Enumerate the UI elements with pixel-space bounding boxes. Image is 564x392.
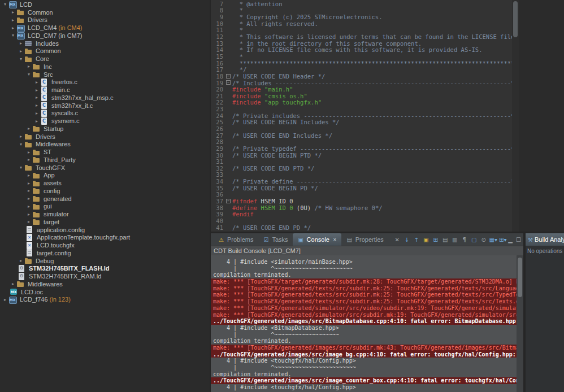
scrollbar-thumb[interactable] [518,258,522,297]
tree-item-common[interactable]: ▸Common [0,8,210,16]
close-icon[interactable]: ✕ [333,237,337,242]
tree-item-inc[interactable]: ▸Inc [0,63,210,71]
previous-error-icon[interactable]: ↑ [412,237,421,243]
tree-item-target[interactable]: ▸target [0,218,210,226]
tree-item-lcd-touchgfx[interactable]: LCD.touchgfx [0,241,210,249]
tree-item-startup[interactable]: ▸Startup [0,125,210,133]
tree-item-src[interactable]: ▾Src [0,71,210,79]
clear-console-icon[interactable]: ▤ [441,237,450,243]
fold-marker-icon[interactable]: − [226,199,231,203]
collapsed-arrow-icon[interactable]: ▸ [25,204,32,209]
tree-item-debug[interactable]: ▸Debug [0,257,210,265]
show-stdout-icon[interactable]: ▢ [470,237,479,243]
collapsed-arrow-icon[interactable]: ▸ [25,173,32,178]
collapsed-arrow-icon[interactable]: ▸ [33,95,40,100]
display-console-icon[interactable]: ▦▾ [489,237,498,243]
tree-item-lcd-cm7[interactable]: ▾LCD_CM7(in CM7) [0,32,210,40]
tree-item-main-c[interactable]: ▸main.c [0,86,210,94]
collapsed-arrow-icon[interactable]: ▸ [25,212,32,217]
collapsed-arrow-icon[interactable]: ▸ [25,126,32,131]
tree-item-drivers[interactable]: ▸Drivers [0,133,210,141]
collapsed-arrow-icon[interactable]: ▸ [2,297,8,302]
tree-item-touchgfx[interactable]: ▾TouchGFX [0,164,210,172]
tree-item-stm32h745bitx-ram-ld[interactable]: STM32H745BITX_RAM.ld [0,272,210,280]
tab-problems[interactable]: Problems [213,233,258,246]
code-editor[interactable]: 7 * @attention8 *9 * Copyright (c) 2025 … [211,0,519,232]
collapsed-arrow-icon[interactable]: ▸ [18,49,24,54]
collapsed-arrow-icon[interactable]: ▸ [18,41,24,46]
collapsed-arrow-icon[interactable]: ▸ [25,196,32,201]
maximize-icon[interactable]: ☐ [516,237,521,243]
scroll-lock-icon[interactable]: ▥ [450,237,459,243]
expanded-arrow-icon[interactable]: ▾ [25,72,32,77]
tree-item-stm32h7xx-hal-msp-c[interactable]: ▸stm32h7xx_hal_msp.c [0,94,210,102]
minimize-icon[interactable]: ▁ [508,237,513,243]
editor-scrollbar[interactable] [512,0,519,232]
tree-item-applicationtemplate-touchgfx-part[interactable]: ApplicationTemplate.touchgfx.part [0,234,210,242]
console-body[interactable]: 4 | #include <simulator/mainBase.hpp> | … [211,255,523,392]
tree-item-stm32h7xx-it-c[interactable]: ▸stm32h7xx_it.c [0,102,210,110]
collapsed-arrow-icon[interactable]: ▸ [33,88,40,93]
copy-build-log-icon[interactable]: ⊞ [431,237,440,243]
open-console-icon[interactable]: ⊞▾ [498,237,507,243]
collapsed-arrow-icon[interactable]: ▸ [10,25,16,31]
expanded-arrow-icon[interactable]: ▾ [2,2,8,7]
scrollbar-thumb[interactable] [513,1,518,37]
tree-item-app[interactable]: ▸App [0,172,210,180]
tree-item-lcd-cm4[interactable]: ▸LCD_CM4(in CM4) [0,24,210,32]
tree-item-application-config[interactable]: application.config [0,226,210,234]
tree-item-assets[interactable]: ▸assets [0,179,210,187]
tree-item-middlewares[interactable]: ▸Middlewares [0,280,210,288]
collapsed-arrow-icon[interactable]: ▸ [18,258,24,263]
expanded-arrow-icon[interactable]: ▾ [18,56,24,62]
collapsed-arrow-icon[interactable]: ▸ [25,150,32,155]
tree-item-drivers[interactable]: ▸Drivers [0,16,210,24]
fold-marker-icon[interactable]: − [226,80,231,85]
show-error-in-editor-icon[interactable]: ▣ [422,237,431,243]
collapsed-arrow-icon[interactable]: ▸ [33,103,40,108]
fold-marker-icon[interactable]: − [226,74,231,79]
collapsed-arrow-icon[interactable]: ▸ [33,111,40,116]
tree-item-stm32h745bitx-flash-ld[interactable]: STM32H745BITX_FLASH.ld [0,265,210,273]
collapsed-arrow-icon[interactable]: ▸ [33,80,40,85]
expanded-arrow-icon[interactable]: ▾ [18,142,24,147]
close-icon[interactable]: ✕ [393,237,402,243]
next-error-icon[interactable]: ↓ [402,237,411,243]
pin-console-icon[interactable]: ⊙ [479,237,488,243]
tree-item-lcd[interactable]: ▾LCD [0,1,210,8]
collapsed-arrow-icon[interactable]: ▸ [25,219,32,224]
collapsed-arrow-icon[interactable]: ▸ [10,18,16,23]
tree-item-gui[interactable]: ▸gui [0,203,210,211]
tree-item-syscalls-c[interactable]: ▸syscalls.c [0,110,210,117]
tree-item-target-config[interactable]: target.config [0,249,210,257]
collapsed-arrow-icon[interactable]: ▸ [25,64,32,69]
collapsed-arrow-icon[interactable]: ▸ [10,10,16,15]
console-scrollbar[interactable] [517,255,523,392]
tree-item-lcd-ioc[interactable]: LCD.ioc [0,288,210,296]
collapsed-arrow-icon[interactable]: ▸ [25,157,32,162]
tree-item-core[interactable]: ▾Core [0,55,210,63]
collapsed-arrow-icon[interactable]: ▸ [33,119,40,124]
tree-item-third-party[interactable]: ▸Third_Party [0,156,210,164]
tree-item-lcd-f746[interactable]: ▸LCD_f746(in 123) [0,296,210,304]
tree-item-st[interactable]: ▸ST [0,148,210,156]
expanded-arrow-icon[interactable]: ▾ [10,33,16,38]
expanded-arrow-icon[interactable]: ▾ [18,165,24,170]
tree-item-middlewares[interactable]: ▾Middlewares [0,141,210,149]
tree-item-simulator[interactable]: ▸simulator [0,210,210,218]
collapsed-arrow-icon[interactable]: ▸ [25,188,32,193]
tree-item-common[interactable]: ▸Common [0,47,210,55]
tree-item-config[interactable]: ▸config [0,187,210,195]
tab-console[interactable]: Console✕ [293,233,341,246]
tree-item-includes[interactable]: ▸Includes [0,40,210,47]
word-wrap-icon[interactable]: ¶ [460,237,469,243]
tab-tasks[interactable]: Tasks [258,233,292,246]
tree-item-sysmem-c[interactable]: ▸sysmem.c [0,117,210,125]
tab-build-analyzer[interactable]: Build Analy [526,233,564,246]
collapsed-arrow-icon[interactable]: ▸ [10,281,16,286]
tree-item-generated[interactable]: ▸generated [0,195,210,203]
collapsed-arrow-icon[interactable]: ▸ [18,134,24,139]
tree-item-freertos-c[interactable]: ▸freertos.c [0,79,210,86]
tab-properties[interactable]: Properties [341,233,388,246]
collapsed-arrow-icon[interactable]: ▸ [25,181,32,186]
